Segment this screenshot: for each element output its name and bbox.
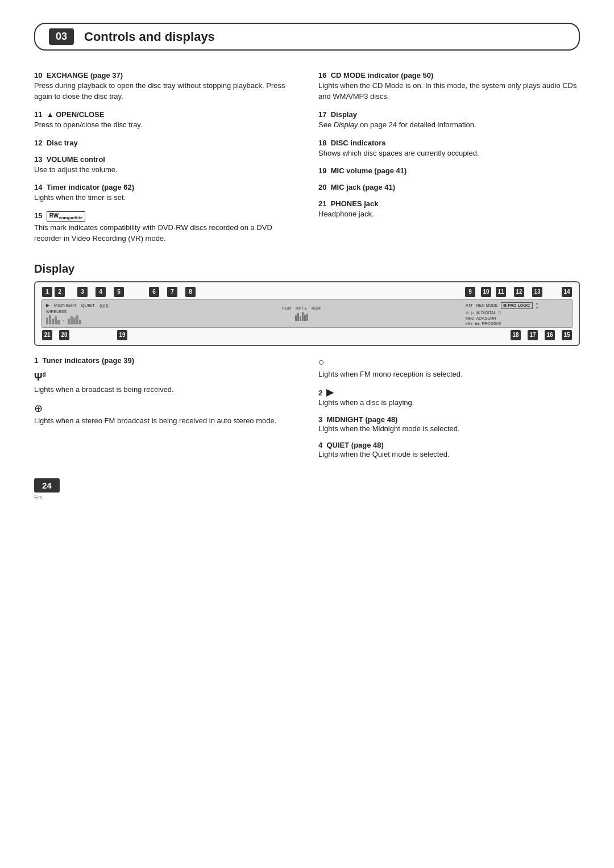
bar-group-2 <box>68 315 81 324</box>
entry-20: 20 MIC jack (page 41) <box>318 183 580 191</box>
rdm-label: RDM <box>312 306 321 310</box>
display-title: Display <box>34 262 580 276</box>
badge-3: 3 <box>77 287 88 297</box>
top-nums-right: 9 10 11 12 13 14 <box>464 287 573 297</box>
badge-2: 2 <box>55 287 65 297</box>
badge-18: 18 <box>511 330 521 340</box>
badge-17: 17 <box>528 330 538 340</box>
entry-10-title: EXCHANGE <box>47 71 89 80</box>
display-section: Display 1 2 3 4 5 6 7 8 9 <box>34 262 580 467</box>
entry-10: 10 EXCHANGE (page 37) Press during playb… <box>34 71 296 102</box>
lcd-wireless-icon: ((())) <box>99 303 109 308</box>
circle-symbol: ○ <box>318 356 580 368</box>
play-desc: Lights when a disc is playing. <box>318 398 580 408</box>
display-diagram: 1 2 3 4 5 6 7 8 9 10 11 <box>34 281 580 346</box>
entry-21-num: 21 <box>318 199 329 208</box>
badge-5: 5 <box>114 287 124 297</box>
entry-11-title: ▲ OPEN/CLOSE <box>47 110 105 119</box>
entry-18-body: Shows which disc spaces are currently oc… <box>318 148 580 159</box>
left-column: 10 EXCHANGE (page 37) Press during playb… <box>34 71 296 252</box>
top-nums-left: 1 2 3 4 5 6 7 8 <box>41 287 197 297</box>
display-entry-2: 2 ▶ Lights when a disc is playing. <box>318 387 580 408</box>
entry-12-num: 12 <box>34 139 44 147</box>
midnight-desc: Lights when the Midnight mode is selecte… <box>318 424 580 435</box>
entry-10-page: (page 37) <box>90 71 123 80</box>
entry-19-page: (page 41) <box>374 166 406 175</box>
badge-11: 11 <box>496 287 506 297</box>
lcd-right-mid: ⊙ ▷ ⊠ DIGITAL □ <box>466 311 568 315</box>
display-entry-circle: ○ Lights when FM mono reception is selec… <box>318 356 580 380</box>
badge-7: 7 <box>167 287 177 297</box>
entry-20-page: (page 41) <box>363 183 395 191</box>
lcd-bar-meters: ' <box>46 315 137 324</box>
icons-group: ≡ ≡ <box>536 302 538 310</box>
bar-group-mid <box>295 312 308 321</box>
quiet-desc: Lights when the Quiet mode is selected. <box>318 449 580 460</box>
entry-15-num: 15 <box>34 212 44 220</box>
lcd-top-labels: ▶ MIDNIGHT QUIET ((())) <box>46 303 137 308</box>
lcd-mode-labels: PGM RPT-1 RDM <box>282 306 321 310</box>
display-entry-cd: ⊕ Lights when a stereo FM broadcast is b… <box>34 402 296 427</box>
entry-19-num: 19 <box>318 166 329 175</box>
badge-14: 14 <box>562 287 572 297</box>
display-entries: 1 Tuner indicators (page 39) Ψd Lights w… <box>34 356 580 467</box>
badge-8: 8 <box>185 287 196 297</box>
entry-20-title: MIC jack <box>331 183 361 191</box>
entry-18-title: DISC indicators <box>331 139 386 147</box>
midnight-title: MIDNIGHT <box>326 415 363 424</box>
display-entry-psi: Ψd Lights when a broadcast is being rece… <box>34 372 296 395</box>
badge-10: 10 <box>481 287 491 297</box>
lcd-right-top: ATT REC MODE ⊠ PRO LOGIC ≡ ≡ <box>466 302 568 310</box>
khz-label: kHz <box>466 322 472 326</box>
badge-16: 16 <box>545 330 555 340</box>
entry-21-title: PHONES jack <box>331 199 379 208</box>
top-number-row: 1 2 3 4 5 6 7 8 9 10 11 <box>41 287 573 297</box>
badge-15: 15 <box>562 330 572 340</box>
badge-20: 20 <box>59 330 69 340</box>
lcd-play-icon: ▶ <box>46 303 49 308</box>
badge-6: 6 <box>149 287 159 297</box>
entry-18-num: 18 <box>318 139 329 147</box>
lcd-display-area: ▶ MIDNIGHT QUIET ((())) WIRELESS <box>41 299 573 328</box>
entry-20-num: 20 <box>318 183 329 191</box>
badge-9: 9 <box>465 287 475 297</box>
lcd-right-bot2: kHz ●● PROG5VE <box>466 322 568 326</box>
entry-15-body: This mark indicates compatibility with D… <box>34 223 296 244</box>
badge-12: 12 <box>514 287 524 297</box>
entry-17-title: Display <box>331 110 357 119</box>
prog5ve-label: PROG5VE <box>482 322 501 326</box>
rpt1-label: RPT-1 <box>296 306 307 310</box>
entry-10-body: Press during playback to open the disc t… <box>34 81 296 102</box>
play-symbol: ▶ <box>326 387 333 397</box>
cd-symbol: ⊕ <box>34 402 296 415</box>
bar-group-1 <box>46 315 60 324</box>
display-entry-1: 1 Tuner indicators (page 39) <box>34 356 296 365</box>
entry-11: 11 ▲ OPEN/CLOSE Press to open/close the … <box>34 110 296 131</box>
pro-logic-box: ⊠ PRO LOGIC <box>501 302 532 309</box>
entry-14-num: 14 <box>34 183 44 191</box>
right-column: 16 CD MODE indicator (page 50) Lights wh… <box>318 71 580 252</box>
entry-14-body: Lights when the timer is set. <box>34 193 296 203</box>
entry-14: 14 Timer indicator (page 62) Lights when… <box>34 183 296 203</box>
psi-symbol: Ψd <box>34 372 296 383</box>
entry-15: 15 RWcompatible This mark indicates comp… <box>34 211 296 244</box>
entry-13-body: Use to adjust the volume. <box>34 165 296 176</box>
entry-16-num: 16 <box>318 71 329 80</box>
entry-21: 21 PHONES jack Headphone jack. <box>318 199 580 220</box>
page-number: 24 <box>34 478 60 493</box>
circle-desc: Lights when FM mono reception is selecte… <box>318 369 580 380</box>
entry-12: 12 Disc tray <box>34 139 296 147</box>
entry-17: 17 Display See Display on page 24 for de… <box>318 110 580 131</box>
entry-19-title: MIC volume <box>331 166 372 175</box>
entry-12-title: Disc tray <box>47 139 78 147</box>
att-label: ATT <box>466 303 473 307</box>
entry-18: 18 DISC indicators Shows which disc spac… <box>318 139 580 159</box>
display-entry-3: 3 MIDNIGHT (page 48) Lights when the Mid… <box>318 415 580 435</box>
badge-19: 19 <box>117 330 127 340</box>
cd-desc: Lights when a stereo FM broadcast is bei… <box>34 416 296 427</box>
display-left-col: 1 Tuner indicators (page 39) Ψd Lights w… <box>34 356 296 467</box>
lcd-midnight-label: MIDNIGHT <box>54 303 77 308</box>
lcd-wireless-label: WIRELESS <box>46 310 67 314</box>
entry-10-num: 10 <box>34 71 44 80</box>
rw-mark: RWcompatible <box>47 211 86 222</box>
